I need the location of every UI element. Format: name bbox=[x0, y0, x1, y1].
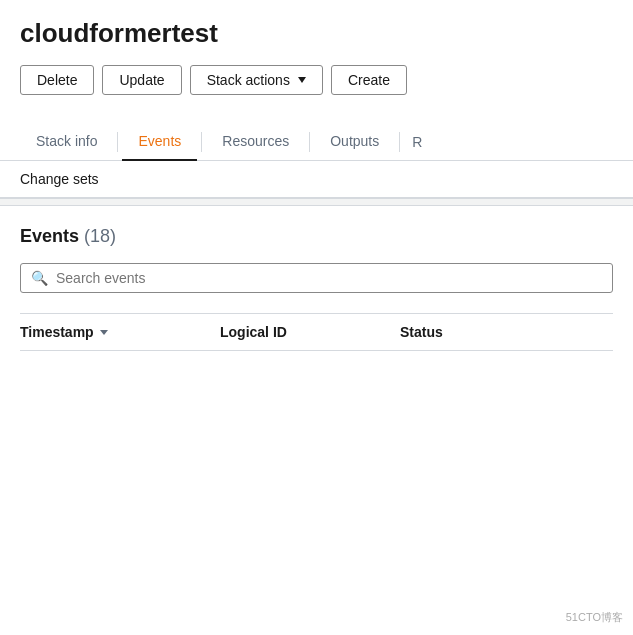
tab-divider bbox=[117, 132, 118, 152]
th-timestamp[interactable]: Timestamp bbox=[20, 324, 220, 340]
update-button[interactable]: Update bbox=[102, 65, 181, 95]
events-count: (18) bbox=[84, 226, 116, 246]
sort-icon-timestamp bbox=[100, 330, 108, 335]
tab-divider-3 bbox=[309, 132, 310, 152]
th-logical-id: Logical ID bbox=[220, 324, 400, 340]
search-container[interactable]: 🔍 bbox=[20, 263, 613, 293]
tab-resources[interactable]: Resources bbox=[206, 123, 305, 161]
search-icon: 🔍 bbox=[31, 270, 48, 286]
tabs-container: Stack info Events Resources Outputs R bbox=[0, 123, 633, 161]
tabs: Stack info Events Resources Outputs R bbox=[20, 123, 613, 160]
table-section: Timestamp Logical ID Status bbox=[0, 313, 633, 351]
create-button[interactable]: Create bbox=[331, 65, 407, 95]
search-input[interactable] bbox=[56, 270, 602, 286]
tab-outputs[interactable]: Outputs bbox=[314, 123, 395, 161]
stack-actions-label: Stack actions bbox=[207, 72, 290, 88]
stack-actions-button[interactable]: Stack actions bbox=[190, 65, 323, 95]
sub-tabs-container: Change sets bbox=[0, 161, 633, 198]
toolbar: Delete Update Stack actions Create bbox=[20, 65, 613, 111]
delete-button[interactable]: Delete bbox=[20, 65, 94, 95]
events-section: Events (18) 🔍 bbox=[0, 206, 633, 293]
sort-down-icon bbox=[100, 330, 108, 335]
tab-divider-2 bbox=[201, 132, 202, 152]
change-sets-tab[interactable]: Change sets bbox=[20, 161, 99, 197]
page-header: cloudformertest Delete Update Stack acti… bbox=[0, 0, 633, 123]
section-divider bbox=[0, 198, 633, 206]
chevron-down-icon bbox=[298, 77, 306, 83]
th-status: Status bbox=[400, 324, 550, 340]
tab-more[interactable]: R bbox=[404, 124, 430, 160]
events-heading: Events (18) bbox=[20, 226, 613, 247]
tab-stack-info[interactable]: Stack info bbox=[20, 123, 113, 161]
page-title: cloudformertest bbox=[20, 18, 613, 49]
tab-events[interactable]: Events bbox=[122, 123, 197, 161]
tab-divider-4 bbox=[399, 132, 400, 152]
table-header: Timestamp Logical ID Status bbox=[20, 313, 613, 351]
watermark: 51CTO博客 bbox=[566, 610, 623, 625]
